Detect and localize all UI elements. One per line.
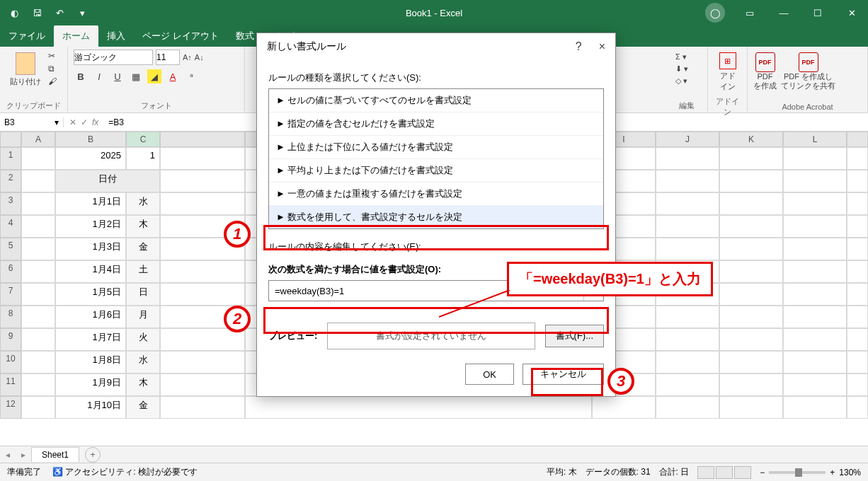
pdf-share-button[interactable]: PDF PDF を作成し てリンクを共有 <box>781 52 835 91</box>
copy-icon[interactable]: ⧉ <box>48 64 57 74</box>
cell[interactable] <box>656 147 719 170</box>
cell[interactable]: 木 <box>126 373 160 396</box>
cell[interactable] <box>160 170 245 192</box>
cell[interactable] <box>847 215 868 238</box>
format-button[interactable]: 書式(F)... <box>545 325 604 347</box>
cell[interactable] <box>21 192 55 215</box>
accessibility-status[interactable]: ♿ アクセシビリティ: 検討が必要です <box>52 466 198 478</box>
name-box[interactable]: B3 ▾ <box>0 117 64 127</box>
font-color-icon[interactable]: A <box>166 69 180 83</box>
cell[interactable] <box>847 306 868 328</box>
phonetic-icon[interactable]: ᵃ <box>184 69 198 83</box>
cell[interactable]: 金 <box>126 238 160 260</box>
cancel-formula-icon[interactable]: ✕ <box>69 117 76 127</box>
cell[interactable] <box>160 147 245 170</box>
cell[interactable]: L <box>783 132 847 147</box>
cell[interactable]: 水 <box>126 351 160 373</box>
shrink-font-icon[interactable]: A↓ <box>195 53 204 62</box>
cell[interactable] <box>783 260 847 283</box>
cell[interactable] <box>245 396 592 419</box>
cell[interactable] <box>21 351 55 373</box>
cell[interactable]: 1月10日 <box>55 396 126 419</box>
save-icon[interactable]: 🖫 <box>27 3 47 23</box>
rule-type-topbottom[interactable]: ► 上位または下位に入る値だけを書式設定 <box>269 136 603 159</box>
sheet-nav-next[interactable]: ▸ <box>16 450 31 460</box>
cell[interactable]: 7 <box>0 283 21 306</box>
cell[interactable]: C <box>126 132 160 147</box>
cell[interactable] <box>719 306 783 328</box>
cell[interactable]: 3 <box>0 192 21 215</box>
enter-formula-icon[interactable]: ✓ <box>81 117 88 127</box>
cell[interactable]: 12 <box>0 396 21 419</box>
undo-icon[interactable]: ↶ <box>50 3 69 23</box>
cell[interactable] <box>21 283 55 306</box>
cell[interactable] <box>847 192 868 215</box>
cell[interactable]: 1 <box>0 147 21 170</box>
add-sheet-button[interactable]: + <box>85 447 101 463</box>
cell[interactable] <box>783 192 847 215</box>
cell[interactable]: 1月3日 <box>55 238 126 260</box>
cell[interactable] <box>847 260 868 283</box>
zoom-slider[interactable] <box>769 471 826 474</box>
cell[interactable] <box>21 306 55 328</box>
cell[interactable]: 1月5日 <box>55 283 126 306</box>
cell[interactable] <box>656 260 719 283</box>
account-icon[interactable]: ◯ <box>705 3 725 23</box>
cell[interactable] <box>160 283 245 306</box>
cell[interactable] <box>160 396 245 419</box>
cell[interactable] <box>21 215 55 238</box>
cell[interactable]: 木 <box>126 215 160 238</box>
cell[interactable] <box>160 238 245 260</box>
cell[interactable] <box>847 328 868 351</box>
cell[interactable] <box>783 283 847 306</box>
cell[interactable] <box>783 328 847 351</box>
cell[interactable] <box>847 283 868 306</box>
cell[interactable] <box>783 396 847 419</box>
cell[interactable] <box>847 396 868 419</box>
cell[interactable] <box>719 147 783 170</box>
cell[interactable] <box>719 238 783 260</box>
cell[interactable] <box>719 215 783 238</box>
normal-view-button[interactable] <box>697 466 714 479</box>
cell[interactable] <box>656 396 719 419</box>
zoom-out-button[interactable]: − <box>760 468 765 477</box>
cell[interactable] <box>847 170 868 192</box>
qa-dropdown-icon[interactable]: ▾ <box>72 3 92 23</box>
cell[interactable]: 火 <box>126 328 160 351</box>
pdf-create-button[interactable]: PDF PDF を作成 <box>753 52 777 91</box>
tab-insert[interactable]: 挿入 <box>98 25 134 47</box>
cell[interactable]: 10 <box>0 351 21 373</box>
cell[interactable] <box>783 351 847 373</box>
cell[interactable] <box>719 373 783 396</box>
cell[interactable] <box>656 328 719 351</box>
cell[interactable] <box>656 238 719 260</box>
cell[interactable]: 11 <box>0 373 21 396</box>
minimize-icon[interactable]: — <box>767 0 800 25</box>
sheet-nav-prev[interactable]: ◂ <box>0 450 16 460</box>
cell[interactable] <box>719 328 783 351</box>
cell[interactable]: 2 <box>0 170 21 192</box>
cancel-button[interactable]: キャンセル <box>522 364 604 385</box>
cell[interactable] <box>21 147 55 170</box>
cell[interactable]: 8 <box>0 306 21 328</box>
cell[interactable] <box>719 192 783 215</box>
formula-input-field[interactable] <box>269 281 583 301</box>
cell[interactable] <box>847 373 868 396</box>
cell[interactable] <box>783 147 847 170</box>
autosum-icon[interactable]: Σ ▾ <box>675 52 697 62</box>
underline-button[interactable]: U <box>110 69 125 83</box>
cell[interactable] <box>847 147 868 170</box>
cell[interactable] <box>592 396 656 419</box>
cell[interactable] <box>719 351 783 373</box>
close-icon[interactable]: ✕ <box>835 0 868 25</box>
cell[interactable]: 1月2日 <box>55 215 126 238</box>
cell[interactable]: 1月6日 <box>55 306 126 328</box>
cell[interactable]: 9 <box>0 328 21 351</box>
cell[interactable] <box>847 238 868 260</box>
cell[interactable]: 1月7日 <box>55 328 126 351</box>
cell[interactable] <box>656 170 719 192</box>
cell[interactable]: 6 <box>0 260 21 283</box>
maximize-icon[interactable]: ☐ <box>801 0 834 25</box>
cell[interactable]: 日 <box>126 283 160 306</box>
cell[interactable] <box>656 215 719 238</box>
